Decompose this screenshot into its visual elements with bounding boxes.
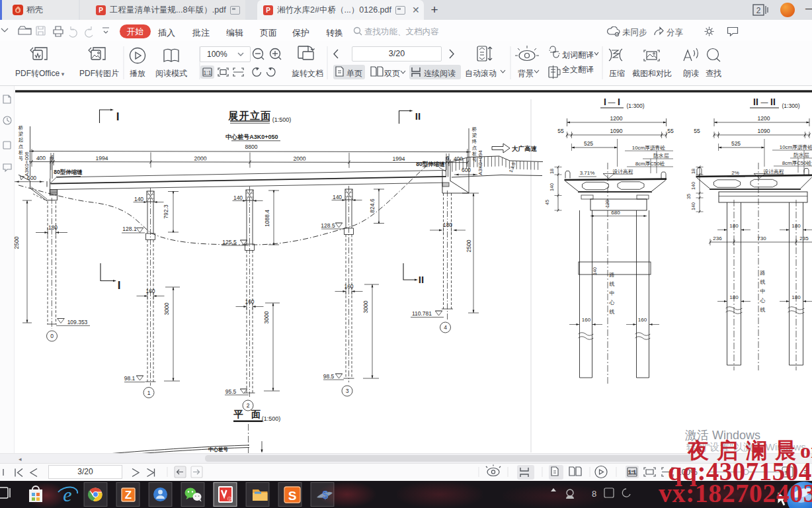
svg-text:大广高速: 大广高速 xyxy=(512,145,538,152)
svg-text:120: 120 xyxy=(604,200,610,208)
svg-text:160: 160 xyxy=(582,317,591,323)
svg-text:140: 140 xyxy=(233,194,243,201)
svg-text:3000: 3000 xyxy=(163,302,170,315)
svg-text:3000: 3000 xyxy=(263,311,270,323)
svg-text:4: 4 xyxy=(444,324,447,331)
svg-text:128.5: 128.5 xyxy=(321,222,335,229)
svg-text:—: — xyxy=(608,98,616,106)
svg-text:180: 180 xyxy=(443,222,452,228)
svg-text:P: P xyxy=(228,497,231,501)
svg-text:I: I xyxy=(118,279,121,292)
svg-text:(1:500): (1:500) xyxy=(272,116,292,123)
svg-text:线: 线 xyxy=(760,307,766,313)
svg-text:55: 55 xyxy=(694,128,700,134)
svg-text:140: 140 xyxy=(690,182,696,190)
svg-text:路: 路 xyxy=(610,272,615,278)
svg-text:梁: 梁 xyxy=(19,131,24,137)
svg-text:525: 525 xyxy=(731,140,741,147)
svg-text:600: 600 xyxy=(27,175,36,181)
svg-text:525: 525 xyxy=(584,140,593,147)
svg-text:10cm厚沥青砼: 10cm厚沥青砼 xyxy=(632,145,665,151)
svg-text:80型伸缩缝: 80型伸缩缝 xyxy=(416,161,445,167)
svg-text:展开立面: 展开立面 xyxy=(227,110,272,121)
svg-text:110.781: 110.781 xyxy=(412,310,432,317)
svg-text:—: — xyxy=(761,98,768,106)
svg-text:中: 中 xyxy=(760,288,766,294)
svg-text:线: 线 xyxy=(760,279,766,285)
svg-text:1994: 1994 xyxy=(393,155,405,162)
svg-text:160: 160 xyxy=(245,298,254,305)
svg-text:路: 路 xyxy=(760,270,766,276)
svg-text:160: 160 xyxy=(145,288,155,294)
svg-text:(1:300): (1:300) xyxy=(782,103,800,109)
svg-text:点: 点 xyxy=(472,145,477,151)
svg-text:98.1: 98.1 xyxy=(124,375,136,382)
svg-text:S: S xyxy=(288,489,297,503)
svg-text:95.5: 95.5 xyxy=(225,388,237,395)
svg-text:(1:300): (1:300) xyxy=(627,103,645,109)
svg-text:防水层: 防水层 xyxy=(793,152,809,158)
svg-text:180: 180 xyxy=(48,224,58,231)
svg-text:98.5: 98.5 xyxy=(323,373,335,380)
svg-text:140: 140 xyxy=(333,194,342,200)
svg-text:8cm厚C50砼: 8cm厚C50砼 xyxy=(635,161,665,167)
svg-text:设计高程: 设计高程 xyxy=(612,169,633,175)
svg-text:824.6: 824.6 xyxy=(369,198,376,213)
svg-text:桥: 桥 xyxy=(18,125,24,131)
svg-text:桥: 桥 xyxy=(471,126,477,132)
svg-text:2: 2 xyxy=(756,6,761,15)
svg-text:2000: 2000 xyxy=(194,155,207,161)
svg-text:I: I xyxy=(116,110,120,123)
svg-text:心: 心 xyxy=(609,300,615,306)
svg-text:1994: 1994 xyxy=(96,155,108,161)
svg-text:180: 180 xyxy=(729,223,739,229)
svg-text:起: 起 xyxy=(19,137,24,143)
svg-text:2: 2 xyxy=(247,402,250,409)
svg-text:140: 140 xyxy=(592,267,598,275)
svg-text:235: 235 xyxy=(799,235,809,241)
svg-text:2500: 2500 xyxy=(466,239,472,252)
svg-text:125.5: 125.5 xyxy=(222,239,237,245)
svg-text:140: 140 xyxy=(134,196,143,202)
svg-text:点: 点 xyxy=(19,144,24,149)
svg-text:160: 160 xyxy=(344,283,353,290)
svg-text:2000: 2000 xyxy=(294,155,306,162)
svg-text:2500: 2500 xyxy=(13,236,20,249)
svg-text:792.3: 792.3 xyxy=(163,204,169,219)
svg-text:终: 终 xyxy=(472,138,477,144)
svg-text:730: 730 xyxy=(757,235,766,241)
svg-text:3000: 3000 xyxy=(362,300,369,313)
svg-text:2%: 2% xyxy=(731,170,739,176)
svg-text:180: 180 xyxy=(792,223,801,229)
svg-text:109.353: 109.353 xyxy=(67,319,88,325)
svg-text:$: $ xyxy=(323,489,329,501)
svg-text:80型伸缩缝: 80型伸缩缝 xyxy=(54,169,83,175)
svg-text:400: 400 xyxy=(36,155,46,161)
svg-text:线: 线 xyxy=(609,281,615,287)
svg-text:II: II xyxy=(753,97,758,107)
svg-text:140: 140 xyxy=(549,183,555,191)
svg-text:II: II xyxy=(770,97,776,107)
svg-text:10cm厚沥青砼: 10cm厚沥青砼 xyxy=(780,144,812,150)
svg-text:160: 160 xyxy=(638,317,647,323)
svg-text:8: 8 xyxy=(592,489,596,499)
svg-text:18: 18 xyxy=(690,169,696,174)
svg-text:防水层: 防水层 xyxy=(653,153,669,159)
svg-text:45: 45 xyxy=(544,200,550,205)
svg-text:55: 55 xyxy=(557,128,564,134)
svg-text:1090: 1090 xyxy=(610,128,623,134)
svg-text:号: 号 xyxy=(472,157,477,163)
svg-text:18: 18 xyxy=(549,169,555,174)
svg-text:II: II xyxy=(419,274,424,285)
svg-text:8800: 8800 xyxy=(245,144,258,150)
svg-text:中心桩号: 中心桩号 xyxy=(208,446,229,452)
svg-text:3: 3 xyxy=(346,388,349,394)
svg-text:设计高程: 设计高程 xyxy=(763,169,784,175)
svg-text:线: 线 xyxy=(609,309,615,315)
svg-text:1090: 1090 xyxy=(758,128,770,134)
svg-text:平 面: 平 面 xyxy=(233,409,263,419)
svg-text:236: 236 xyxy=(713,235,722,241)
svg-text:180: 180 xyxy=(729,294,739,300)
svg-text:140: 140 xyxy=(690,202,696,210)
svg-text:中: 中 xyxy=(610,290,615,296)
